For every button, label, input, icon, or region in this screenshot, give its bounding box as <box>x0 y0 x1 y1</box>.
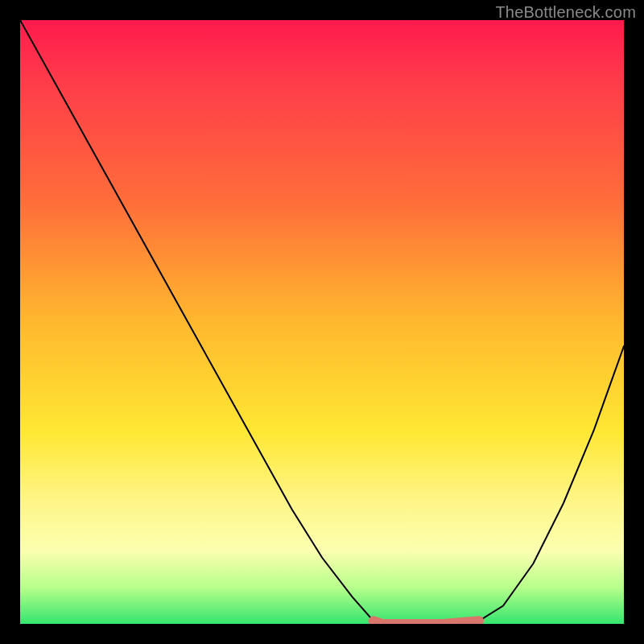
plot-area <box>20 20 624 624</box>
optimal-zone-highlight <box>374 621 479 624</box>
watermark-text: TheBottleneck.com <box>495 3 636 22</box>
chart-frame: TheBottleneck.com <box>0 0 644 644</box>
bottleneck-curve <box>20 20 624 624</box>
chart-svg <box>20 20 624 624</box>
